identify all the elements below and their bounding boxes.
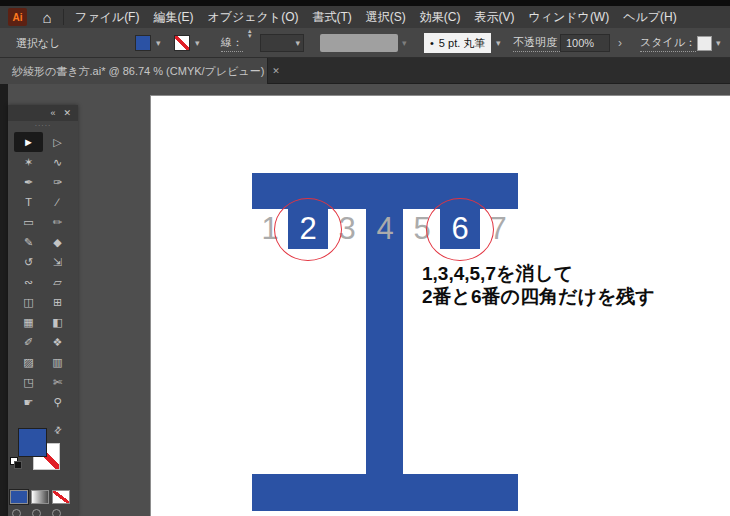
paint-mode-row bbox=[8, 490, 78, 505]
menu-separator bbox=[63, 9, 64, 25]
menu-edit[interactable]: 編集(E) bbox=[146, 9, 200, 26]
menu-select[interactable]: 選択(S) bbox=[359, 9, 413, 26]
lasso-tool[interactable]: ∿ bbox=[43, 152, 72, 172]
style-chevron-down-icon[interactable]: ▾ bbox=[716, 38, 721, 48]
opacity-chevron-right-icon[interactable]: › bbox=[618, 36, 622, 50]
document-tab[interactable]: 紗綾形の書き方.ai* @ 86.74 % (CMYK/プレビュー) ✕ bbox=[0, 58, 268, 84]
default-black-square bbox=[14, 461, 22, 469]
none-button[interactable] bbox=[52, 490, 70, 504]
magic-wand-tool[interactable]: ✶ bbox=[14, 152, 43, 172]
pencil-tool[interactable]: ✎ bbox=[14, 232, 43, 252]
gradient-button[interactable] bbox=[31, 490, 49, 504]
curvature-tool[interactable]: ✑ bbox=[43, 172, 72, 192]
menu-view[interactable]: 表示(V) bbox=[467, 9, 521, 26]
draw-normal-button[interactable] bbox=[12, 509, 21, 516]
stroke-chevron-down-icon[interactable]: ▾ bbox=[195, 38, 200, 48]
panel-close-icon[interactable]: ✕ bbox=[63, 108, 71, 118]
scale-tool[interactable]: ⇲ bbox=[43, 252, 72, 272]
instruction-line-2: 2番と6番の四角だけを残す bbox=[422, 285, 655, 308]
number-4[interactable]: 4 bbox=[365, 210, 405, 248]
gradient-tool[interactable]: ◧ bbox=[43, 312, 72, 332]
menu-bar: Ai ⌂ ファイル(F) 編集(E) オブジェクト(O) 書式(T) 選択(S)… bbox=[0, 6, 730, 28]
menu-effect[interactable]: 効果(C) bbox=[413, 9, 468, 26]
mesh-tool[interactable]: ▦ bbox=[14, 312, 43, 332]
color-button[interactable] bbox=[10, 490, 28, 504]
document-tab-bar: 紗綾形の書き方.ai* @ 86.74 % (CMYK/プレビュー) ✕ bbox=[0, 58, 730, 84]
selection-tool[interactable]: ► bbox=[14, 132, 43, 152]
menu-help[interactable]: ヘルプ(H) bbox=[616, 9, 684, 26]
fill-stroke-indicator: ⇄ bbox=[8, 423, 78, 485]
width-tool[interactable]: ∾ bbox=[14, 272, 43, 292]
ibeam-bottom-bar-shape[interactable] bbox=[252, 474, 518, 511]
brush-chevron-down-icon[interactable]: ▾ bbox=[496, 38, 501, 48]
tool-grid: ► ▷ ✶ ∿ ✒ ✑ T ∕ ▭ ✏ ✎ ◆ ↺ ⇲ ∾ ▱ ◫ ⊞ ▦ ◧ … bbox=[8, 130, 78, 412]
draw-behind-button[interactable] bbox=[32, 509, 41, 516]
fill-color-swatch[interactable] bbox=[135, 35, 151, 51]
instruction-line-1: 1,3,4,5,7を消して bbox=[422, 262, 655, 285]
style-swatch[interactable] bbox=[697, 36, 712, 51]
panel-collapse-icon[interactable]: « bbox=[50, 108, 55, 118]
menu-object[interactable]: オブジェクト(O) bbox=[200, 9, 305, 26]
highlight-circle-2[interactable] bbox=[274, 198, 342, 261]
tools-panel: « ✕ ····· ► ▷ ✶ ∿ ✒ ✑ T ∕ ▭ ✏ ✎ ◆ ↺ ⇲ ∾ … bbox=[8, 105, 78, 516]
symbol-sprayer-tool[interactable]: ▨ bbox=[14, 352, 43, 372]
instruction-text[interactable]: 1,3,4,5,7を消して 2番と6番の四角だけを残す bbox=[422, 262, 655, 308]
column-graph-tool[interactable]: ▥ bbox=[43, 352, 72, 372]
swap-fill-stroke-icon[interactable]: ⇄ bbox=[52, 424, 64, 436]
eyedropper-tool[interactable]: ✐ bbox=[14, 332, 43, 352]
eraser-tool[interactable]: ◆ bbox=[43, 232, 72, 252]
fill-chevron-down-icon[interactable]: ▾ bbox=[156, 38, 161, 48]
tab-close-icon[interactable]: ✕ bbox=[272, 66, 280, 76]
profile-chevron-down-icon[interactable]: ▾ bbox=[402, 38, 407, 48]
control-bar: 選択なし ▾ ▾ 線： ▴ ▾ ▾ ▾ • 5 pt. 丸筆 ▾ 不透明度： 1… bbox=[0, 28, 730, 58]
stroke-weight-label[interactable]: 線： bbox=[221, 35, 243, 52]
ibeam-column-shape[interactable] bbox=[366, 209, 403, 474]
stroke-color-swatch[interactable] bbox=[174, 35, 190, 51]
fill-indicator[interactable] bbox=[18, 428, 47, 457]
default-fill-stroke-icon[interactable] bbox=[10, 457, 23, 470]
artboard-canvas[interactable]: 1 2 3 4 5 6 7 1,3,4,5,7を消して 2番と6番の四角だけを残… bbox=[150, 95, 730, 516]
pen-tool[interactable]: ✒ bbox=[14, 172, 43, 192]
draw-inside-button[interactable] bbox=[52, 509, 61, 516]
zoom-tool[interactable]: ⚲ bbox=[43, 392, 72, 412]
direct-selection-tool[interactable]: ▷ bbox=[43, 132, 72, 152]
brush-definition[interactable]: • 5 pt. 丸筆 bbox=[424, 33, 491, 53]
variable-width-profile-preview[interactable] bbox=[320, 34, 398, 52]
highlight-circle-6[interactable] bbox=[426, 198, 494, 261]
home-icon[interactable]: ⌂ bbox=[37, 9, 57, 26]
paintbrush-tool[interactable]: ✏ bbox=[43, 212, 72, 232]
stepper-down-icon[interactable]: ▾ bbox=[248, 33, 252, 38]
panel-drag-handle[interactable]: ····· bbox=[8, 121, 78, 130]
tools-panel-header: « ✕ bbox=[8, 105, 78, 121]
artboard-tool[interactable]: ◳ bbox=[14, 372, 43, 392]
app-edge-strip bbox=[0, 84, 8, 516]
document-title: 紗綾形の書き方.ai* @ 86.74 % (CMYK/プレビュー) bbox=[12, 64, 264, 79]
brush-dot-icon: • bbox=[430, 37, 434, 49]
illustrator-logo[interactable]: Ai bbox=[8, 8, 27, 26]
menu-type[interactable]: 書式(T) bbox=[305, 9, 358, 26]
slice-tool[interactable]: ✄ bbox=[43, 372, 72, 392]
brush-name: 5 pt. 丸筆 bbox=[439, 36, 485, 51]
illustrator-window: Ai ⌂ ファイル(F) 編集(E) オブジェクト(O) 書式(T) 選択(S)… bbox=[0, 0, 730, 516]
stroke-weight-stepper[interactable]: ▴ ▾ bbox=[248, 28, 252, 58]
style-label[interactable]: スタイル： bbox=[640, 35, 696, 52]
draw-modes-row bbox=[8, 507, 78, 516]
hand-tool[interactable]: ☛ bbox=[14, 392, 43, 412]
menu-window[interactable]: ウィンドウ(W) bbox=[521, 9, 616, 26]
shape-builder-tool[interactable]: ◫ bbox=[14, 292, 43, 312]
type-tool[interactable]: T bbox=[14, 192, 43, 212]
selection-status: 選択なし bbox=[16, 36, 61, 51]
line-segment-tool[interactable]: ∕ bbox=[43, 192, 72, 212]
free-transform-tool[interactable]: ▱ bbox=[43, 272, 72, 292]
combo-chevron-down-icon[interactable]: ▾ bbox=[295, 38, 300, 48]
rotate-tool[interactable]: ↺ bbox=[14, 252, 43, 272]
blend-tool[interactable]: ❖ bbox=[43, 332, 72, 352]
rectangle-tool[interactable]: ▭ bbox=[14, 212, 43, 232]
opacity-input[interactable]: 100% bbox=[560, 34, 610, 52]
perspective-grid-tool[interactable]: ⊞ bbox=[43, 292, 72, 312]
stroke-weight-combo[interactable]: ▾ bbox=[260, 34, 304, 52]
menu-file[interactable]: ファイル(F) bbox=[68, 9, 146, 26]
